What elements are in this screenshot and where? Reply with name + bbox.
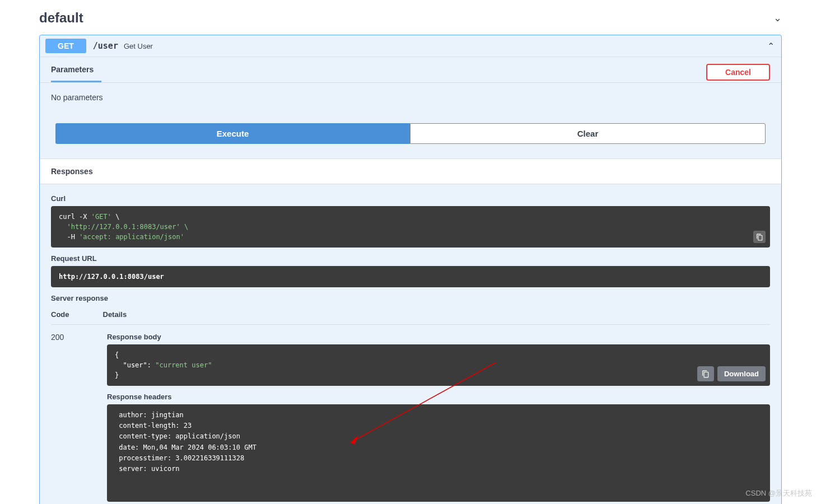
response-body-label: Response body <box>107 333 770 341</box>
action-row: Execute Clear <box>40 116 781 158</box>
code-column-label: Code <box>51 310 69 319</box>
curl-text: \ <box>111 213 119 221</box>
execute-button[interactable]: Execute <box>55 123 410 144</box>
request-url-block: http://127.0.0.1:8083/user <box>51 266 770 287</box>
http-method-badge: GET <box>45 39 86 53</box>
request-url-label: Request URL <box>51 254 770 263</box>
response-details: Response body { "user": "current user" }… <box>107 333 770 502</box>
chevron-down-icon[interactable]: ⌄ <box>773 12 782 24</box>
section-header[interactable]: default ⌄ <box>39 0 782 30</box>
curl-text: -H <box>59 233 79 241</box>
operation-summary: Get User <box>124 42 153 50</box>
body-actions: Download <box>697 366 766 381</box>
body-brace: { <box>115 351 119 359</box>
section-title: default <box>39 10 83 26</box>
operation-body: Parameters Cancel No parameters Execute … <box>40 57 781 504</box>
responses-heading: Responses <box>40 158 781 184</box>
responses-content: Curl curl -X 'GET' \ 'http://127.0.0.1:8… <box>40 184 781 504</box>
curl-method: 'GET' <box>91 213 111 221</box>
curl-url: 'http://127.0.0.1:8083/user' \ <box>59 223 188 231</box>
response-headers-block: author: jingtian content-length: 23 cont… <box>107 404 770 502</box>
body-sep: : <box>147 361 155 369</box>
curl-block: curl -X 'GET' \ 'http://127.0.0.1:8083/u… <box>51 206 770 248</box>
curl-label: Curl <box>51 194 770 203</box>
curl-header: 'accept: application/json' <box>79 233 184 241</box>
response-row: 200 Response body { "user": "current use… <box>51 333 770 502</box>
server-response-label: Server response <box>51 294 770 302</box>
columns-header: Code Details <box>51 310 770 325</box>
operation-header[interactable]: GET /user Get User ⌃ <box>40 35 781 57</box>
copy-icon[interactable] <box>753 231 766 243</box>
clear-button[interactable]: Clear <box>410 123 766 144</box>
download-button[interactable]: Download <box>717 366 766 381</box>
details-column-label: Details <box>103 310 127 319</box>
watermark: CSDN @景天科技苑 <box>745 488 812 498</box>
chevron-up-icon[interactable]: ⌃ <box>767 41 775 52</box>
operation-path: /user <box>93 41 118 51</box>
parameters-bar: Parameters Cancel <box>40 57 781 81</box>
operation-block: GET /user Get User ⌃ Parameters Cancel N… <box>39 35 782 504</box>
curl-text: curl -X <box>59 213 91 221</box>
response-headers-label: Response headers <box>107 393 770 401</box>
no-parameters-text: No parameters <box>40 83 781 116</box>
body-value: "current user" <box>155 361 212 369</box>
body-key: "user" <box>115 361 147 369</box>
body-brace: } <box>115 371 119 379</box>
response-body-block: { "user": "current user" } Download <box>107 344 770 386</box>
copy-icon[interactable] <box>697 366 714 381</box>
cancel-button[interactable]: Cancel <box>706 64 770 81</box>
tab-parameters[interactable]: Parameters <box>51 65 94 80</box>
request-url-text: http://127.0.0.1:8083/user <box>59 273 164 281</box>
response-headers-text: author: jingtian content-length: 23 cont… <box>115 411 256 473</box>
response-code: 200 <box>51 333 73 502</box>
svg-marker-1 <box>351 435 358 445</box>
